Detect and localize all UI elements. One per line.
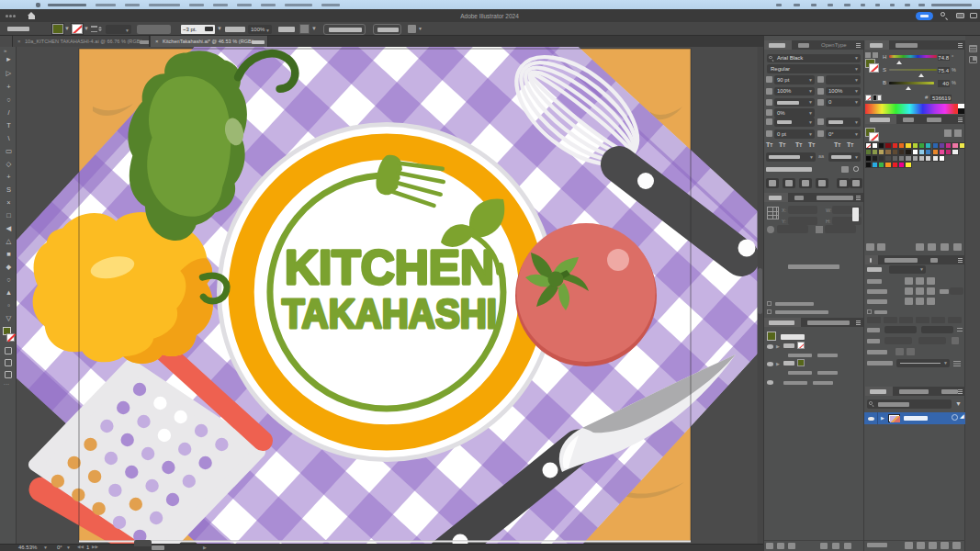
svg-text:KITCHEN: KITCHEN [285,241,494,294]
svg-text:TAKAHASHI: TAKAHASHI [282,291,497,336]
